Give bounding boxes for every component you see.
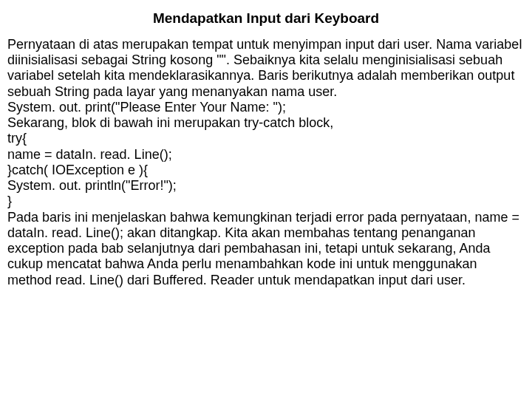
code-line: System. out. print("Please Enter Your Na… <box>7 100 525 115</box>
document-page: Mendapatkan Input dari Keyboard Pernyata… <box>0 0 532 399</box>
paragraph: Pernyataan di atas merupakan tempat untu… <box>7 37 525 100</box>
code-line: System. out. println("Error!"); <box>7 178 525 194</box>
paragraph: Sekarang, blok di bawah ini merupakan tr… <box>7 115 525 131</box>
code-line: }catch( IOException e ){ <box>7 163 525 178</box>
code-line: try{ <box>7 131 525 146</box>
code-line: name = dataIn. read. Line(); <box>7 147 525 163</box>
page-title: Mendapatkan Input dari Keyboard <box>7 10 525 27</box>
code-line: } <box>7 194 525 209</box>
body-text: Pernyataan di atas merupakan tempat untu… <box>7 37 525 288</box>
paragraph: Pada baris ini menjelaskan bahwa kemungk… <box>7 210 525 288</box>
